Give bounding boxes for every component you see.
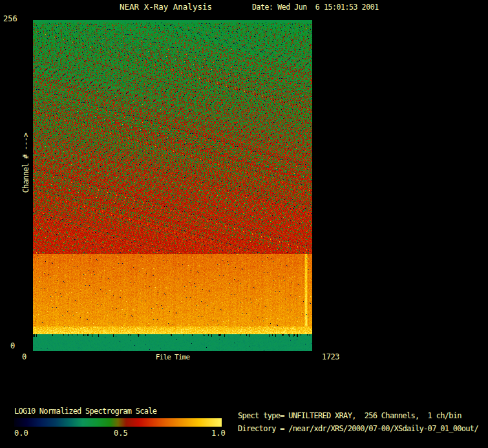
directory-info: Directory = /near/xdr/XRS/2000/07-00/XSd… [238,425,478,433]
spect-type-info: Spect type= UNFILTERED XRAY, 256 Channel… [238,412,461,420]
y-axis-min-label: 0 [10,342,15,350]
colorbar-tick-min: 0.0 [14,429,28,438]
header-date: Date: Wed Jun 6 15:01:53 2001 [252,3,379,12]
y-axis-title: Channel # ---> [22,133,30,193]
x-axis-max-label: 1723 [322,353,339,361]
colorbar-tick-max: 1.0 [211,429,226,438]
x-axis-title: File Time [156,354,189,361]
colorbar-title: LOG10 Normalized Spectrogram Scale [14,407,156,416]
page-title: NEAR X-Ray Analysis [120,3,212,12]
colorbar-gradient [14,418,222,427]
y-axis-max-label: 256 [3,15,17,23]
x-axis-min-label: 0 [22,353,27,361]
app-window: NEAR X-Ray Analysis Date: Wed Jun 6 15:0… [0,0,488,448]
colorbar-tick-mid: 0.5 [114,429,128,438]
spectrogram-image [33,20,312,351]
